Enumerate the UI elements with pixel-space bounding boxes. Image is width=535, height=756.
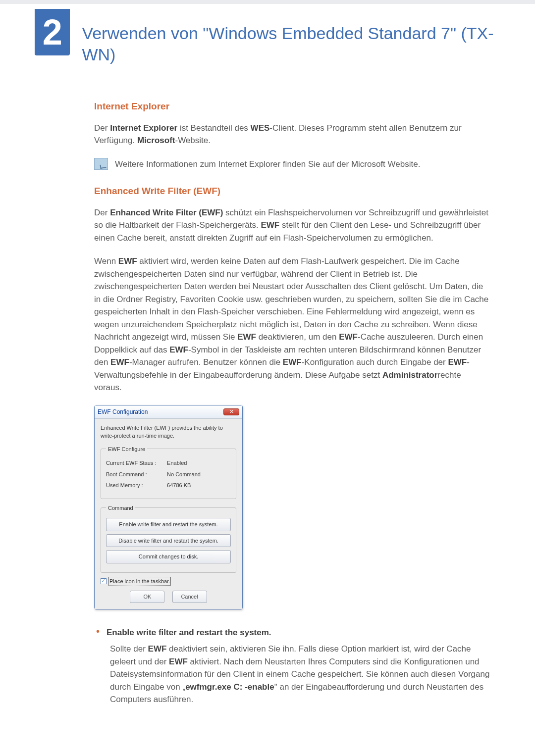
- dialog-actions: OK Cancel: [101, 591, 236, 603]
- ok-button[interactable]: OK: [130, 591, 164, 603]
- enable-ewf-button[interactable]: Enable write filter and restart the syst…: [106, 518, 231, 531]
- memory-row: Used Memory : 64786 KB: [106, 481, 231, 490]
- bullet-icon: •: [96, 626, 100, 639]
- dialog-description: Enhanced Write Filter (EWF) provides the…: [101, 424, 236, 440]
- page-top-band: [0, 0, 535, 4]
- ewf-configure-group: EWF Configure Current EWF Staus : Enable…: [101, 445, 236, 499]
- close-icon[interactable]: ✕: [223, 408, 239, 415]
- disable-ewf-button[interactable]: Disable write filter and restart the sys…: [106, 534, 231, 548]
- taskbar-checkbox[interactable]: ✓: [101, 578, 107, 584]
- boot-label: Boot Command :: [106, 470, 165, 479]
- commit-changes-button[interactable]: Commit changes to disk.: [106, 550, 231, 563]
- info-note: Weitere Informationen zum Internet Explo…: [94, 158, 490, 171]
- chapter-title: Verwenden von "Windows Embedded Standard…: [82, 23, 500, 65]
- ie-paragraph: Der Internet Explorer ist Bestandteil de…: [94, 122, 490, 147]
- boot-value: No Command: [167, 471, 201, 477]
- command-legend: Command: [106, 504, 135, 512]
- ewf-paragraph-1: Der Enhanced Write Filter (EWF) schützt …: [94, 206, 490, 245]
- status-label: Current EWF Staus :: [106, 459, 165, 467]
- ewf-heading: Enhanced Write Filter (EWF): [94, 184, 490, 199]
- info-note-text: Weitere Informationen zum Internet Explo…: [115, 158, 490, 171]
- memory-label: Used Memory :: [106, 481, 165, 490]
- ie-heading: Internet Explorer: [94, 100, 490, 114]
- page-content: Internet Explorer Der Internet Explorer …: [0, 65, 535, 737]
- bullet-body: Sollte der EWF deaktiviert sein, aktivie…: [110, 643, 490, 706]
- command-group: Command Enable write filter and restart …: [101, 504, 236, 573]
- chapter-header: 2 Verwenden von "Windows Embedded Standa…: [0, 4, 535, 65]
- dialog-body: Enhanced Write Filter (EWF) provides the…: [95, 419, 242, 609]
- ewf-config-dialog: EWF Configuration ✕ Enhanced Write Filte…: [94, 405, 243, 609]
- chapter-number: 2: [35, 9, 70, 55]
- taskbar-checkbox-row: ✓ Place icon in the taskbar.: [101, 577, 236, 586]
- status-row: Current EWF Staus : Enabled: [106, 459, 231, 467]
- memory-value: 64786 KB: [167, 482, 191, 488]
- ewf-configure-legend: EWF Configure: [106, 445, 147, 454]
- page-footer: 2 Verwenden von "Windows Embedded Standa…: [0, 737, 535, 756]
- bullet-title: Enable write filter and restart the syst…: [107, 626, 271, 639]
- ewf-paragraph-2: Wenn EWF aktiviert wird, werden keine Da…: [94, 255, 490, 394]
- boot-row: Boot Command : No Command: [106, 470, 231, 479]
- info-note-icon: [94, 158, 108, 170]
- taskbar-checkbox-label: Place icon in the taskbar.: [108, 577, 171, 586]
- status-value: Enabled: [167, 460, 187, 466]
- dialog-title-text: EWF Configuration: [98, 407, 148, 416]
- bullet-enable-ewf: • Enable write filter and restart the sy…: [94, 626, 490, 639]
- dialog-titlebar: EWF Configuration ✕: [95, 405, 242, 419]
- cancel-button[interactable]: Cancel: [172, 591, 207, 603]
